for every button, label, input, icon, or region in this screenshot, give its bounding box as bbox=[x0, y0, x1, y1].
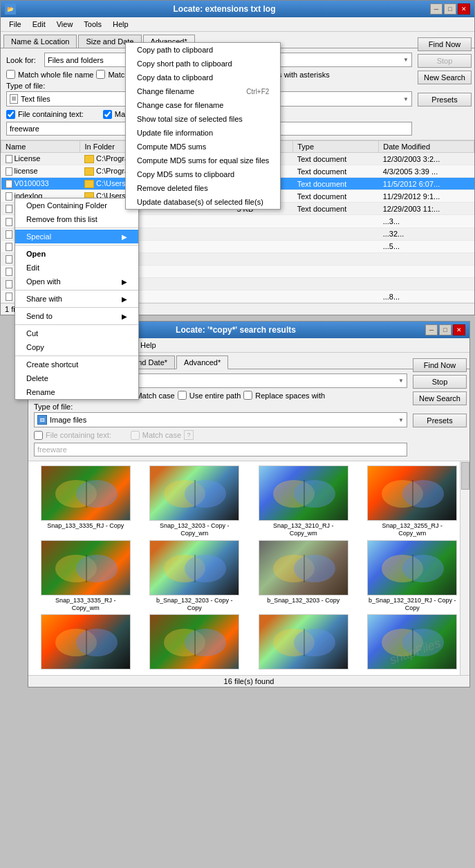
menu-help1[interactable]: Help bbox=[107, 19, 134, 30]
sub-copy-path[interactable]: Copy path to clipboard bbox=[126, 43, 280, 57]
scrollthumb2[interactable] bbox=[461, 462, 469, 490]
app-icon1: 📂 bbox=[5, 3, 16, 15]
help-icon2[interactable]: ? bbox=[184, 430, 194, 440]
sub-copy-data[interactable]: Copy data to clipboard bbox=[126, 71, 280, 84]
ctx-rename[interactable]: Rename bbox=[15, 385, 138, 399]
menu-view1[interactable]: View bbox=[51, 19, 79, 30]
cell-date bbox=[379, 265, 474, 277]
stop-button1[interactable]: Stop bbox=[418, 54, 472, 68]
file-containing-check2[interactable]: File containing text: bbox=[34, 431, 111, 440]
sub-remove-deleted[interactable]: Remove deleted files bbox=[126, 181, 280, 195]
sub-change-filename[interactable]: Change filename Ctrl+F2 bbox=[126, 84, 280, 98]
ctx-special[interactable]: Special ▶ bbox=[15, 230, 138, 243]
thumbnail-item[interactable]: Snap_132_3203 - Copy - Copy_wm bbox=[142, 465, 248, 537]
menu-file1[interactable]: File bbox=[3, 19, 27, 30]
file-containing-label2: File containing text: bbox=[46, 431, 111, 439]
statusbar2: 16 file(s) found bbox=[28, 675, 469, 687]
thumbnail-item[interactable]: b_Snap_132_3203 - Copy - Copy bbox=[142, 540, 248, 612]
type-dropdown2[interactable]: 🖼 Image files ▼ bbox=[34, 412, 407, 427]
cell-date: ...32... bbox=[379, 228, 474, 240]
sub-copy-md5[interactable]: Copy MD5 sums to clipboard bbox=[126, 167, 280, 181]
col-date1[interactable]: Date Modified bbox=[379, 141, 474, 153]
replace-spaces-checkbox2[interactable] bbox=[243, 391, 252, 400]
ctx-copy[interactable]: Copy bbox=[15, 340, 138, 354]
sub-copy-short[interactable]: Copy short path to clipboard bbox=[126, 57, 280, 71]
close-button1[interactable]: ✕ bbox=[458, 3, 470, 15]
maximize-button1[interactable]: □ bbox=[444, 3, 456, 15]
ctx-open-folder[interactable]: Open Containing Folder bbox=[15, 198, 138, 212]
type-arrow1: ▼ bbox=[403, 96, 409, 102]
thumbnail-image bbox=[259, 465, 348, 521]
col-type1[interactable]: Type bbox=[293, 141, 379, 153]
cell-name: license bbox=[1, 165, 80, 178]
ctx-open[interactable]: Open bbox=[15, 247, 138, 261]
thumbnail-item[interactable] bbox=[360, 614, 466, 671]
type-arrow2: ▼ bbox=[398, 417, 404, 423]
ctx-remove-list[interactable]: Remove from this list bbox=[15, 212, 138, 226]
match-whole-checkbox1[interactable] bbox=[6, 70, 15, 79]
col-name1[interactable]: Name bbox=[1, 141, 80, 153]
file-containing-checkbox2[interactable] bbox=[34, 431, 43, 440]
scrollbar2[interactable] bbox=[460, 461, 469, 675]
sub-change-case[interactable]: Change case for filename bbox=[126, 98, 280, 112]
cell-date bbox=[379, 277, 474, 290]
ctx-share-with[interactable]: Share with ▶ bbox=[15, 292, 138, 306]
thumbnail-item[interactable] bbox=[32, 614, 139, 671]
text-search-input2[interactable] bbox=[34, 443, 407, 456]
cell-type bbox=[293, 252, 379, 265]
sub-update-db[interactable]: Update database(s) of selected file(s) bbox=[126, 195, 280, 209]
ctx-delete[interactable]: Delete bbox=[15, 371, 138, 385]
ctx-edit[interactable]: Edit bbox=[15, 261, 138, 275]
sub-show-size[interactable]: Show total size of selected files bbox=[126, 112, 280, 126]
file-containing-checkbox1[interactable] bbox=[6, 110, 15, 119]
thumbnail-item[interactable]: b_Snap_132_3210_RJ - Copy - Copy bbox=[360, 540, 466, 612]
presets-button1[interactable]: Presets bbox=[418, 93, 472, 107]
cell-size bbox=[232, 240, 292, 252]
thumbnail-item[interactable]: Snap_132_3210_RJ - Copy_wm bbox=[250, 465, 357, 537]
sub-md5-equal[interactable]: Compute MD5 sums for equal size files bbox=[126, 154, 280, 167]
ctx-cut[interactable]: Cut bbox=[15, 326, 138, 340]
thumbnail-item[interactable]: Snap_133_3335_RJ - Copy_wm bbox=[32, 540, 139, 612]
match-case2-checkbox1[interactable] bbox=[103, 110, 112, 119]
menu-tools1[interactable]: Tools bbox=[78, 19, 107, 30]
ctx-open-with[interactable]: Open with ▶ bbox=[15, 275, 138, 288]
thumbnail-item[interactable]: Snap_132_3255_RJ - Copy_wm bbox=[360, 465, 466, 537]
ctx-create-shortcut[interactable]: Create shortcut bbox=[15, 358, 138, 371]
match-case-checkbox1[interactable] bbox=[96, 70, 105, 79]
cell-name: License bbox=[1, 153, 80, 165]
find-now-button1[interactable]: Find Now bbox=[418, 37, 472, 51]
sub-update-info[interactable]: Update file information bbox=[126, 126, 280, 140]
svg-point-10 bbox=[402, 480, 444, 508]
stop-button2[interactable]: Stop bbox=[413, 375, 467, 389]
thumbnail-item[interactable]: b_Snap_132_3203 - Copy bbox=[250, 540, 357, 612]
thumbnail-image bbox=[149, 465, 239, 521]
tab-name-location1[interactable]: Name & Location bbox=[3, 35, 77, 48]
thumbnail-item[interactable] bbox=[142, 614, 248, 671]
ctx-special-label: Special bbox=[26, 232, 51, 241]
ctx-openwith-label: Open with bbox=[26, 277, 61, 286]
match-case2-checkbox2[interactable] bbox=[131, 431, 140, 440]
file-containing-check1[interactable]: File containing text: bbox=[6, 110, 84, 119]
match-whole-check1[interactable]: Match whole file name bbox=[6, 70, 93, 79]
menu-edit1[interactable]: Edit bbox=[27, 19, 51, 30]
sub-md5[interactable]: Compute MD5 sums bbox=[126, 140, 280, 154]
thumbnail-label: Snap_133_3335_RJ - Copy_wm bbox=[41, 597, 131, 612]
new-search-button2[interactable]: New Search bbox=[413, 391, 467, 405]
close-button2[interactable]: ✕ bbox=[453, 324, 465, 335]
presets-button2[interactable]: Presets bbox=[413, 414, 467, 427]
entire-path-checkbox2[interactable] bbox=[178, 391, 187, 400]
new-search-button1[interactable]: New Search bbox=[418, 71, 472, 84]
entire-path-check2[interactable]: Use entire path bbox=[178, 391, 241, 400]
tab-advanced2[interactable]: Advanced* bbox=[176, 355, 228, 369]
ctx-sep2 bbox=[15, 245, 138, 246]
thumbnail-item[interactable] bbox=[250, 614, 357, 671]
replace-spaces-check2[interactable]: Replace spaces with bbox=[243, 391, 325, 400]
minimize-button2[interactable]: ─ bbox=[425, 324, 438, 335]
svg-point-22 bbox=[402, 555, 444, 582]
cell-type bbox=[293, 215, 379, 228]
maximize-button2[interactable]: □ bbox=[439, 324, 451, 335]
minimize-button1[interactable]: ─ bbox=[430, 3, 443, 15]
ctx-send-to[interactable]: Send to ▶ bbox=[15, 309, 138, 323]
thumbnail-item[interactable]: Snap_133_3335_RJ - Copy bbox=[32, 465, 139, 537]
find-now-button2[interactable]: Find Now bbox=[413, 358, 467, 372]
